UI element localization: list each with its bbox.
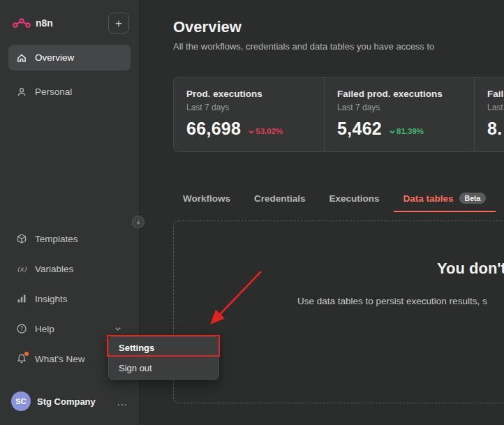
stat-value: 8.	[487, 119, 502, 139]
sidebar-item-templates[interactable]: Templates	[8, 226, 131, 251]
sidebar-item-overview[interactable]: Overview	[8, 45, 131, 70]
box-icon	[16, 233, 27, 244]
sidebar-item-label: Insights	[35, 294, 68, 304]
stat-period: Last 7 days	[337, 103, 461, 112]
tab-label: Data tables	[403, 193, 454, 204]
sidebar-item-label: What's New	[35, 354, 85, 364]
user-name: Stg Company	[37, 396, 96, 407]
user-menu[interactable]: SC Stg Company ...	[0, 382, 139, 425]
context-menu: Settings Sign out	[108, 336, 219, 380]
add-workflow-button[interactable]: +	[108, 13, 129, 33]
bar-chart-icon	[16, 293, 27, 304]
home-icon	[16, 52, 27, 64]
stat-delta: 53.02%	[248, 127, 283, 135]
stat-period: Last 7 days	[186, 103, 311, 112]
collapse-sidebar-button[interactable]: ‹	[132, 216, 144, 228]
tab-label: Workflows	[183, 193, 230, 204]
tab-data-tables[interactable]: Data tables Beta	[394, 193, 496, 212]
tab-label: Executions	[329, 193, 380, 204]
sidebar-nav: Overview Personal	[0, 45, 139, 113]
trend-down-icon	[248, 128, 255, 135]
stat-value: 66,698	[186, 119, 241, 139]
app-window: n8n + Overview Personal	[0, 0, 504, 425]
trend-down-icon	[389, 128, 396, 135]
avatar: SC	[11, 392, 31, 411]
more-options-button[interactable]: ...	[117, 396, 128, 408]
notification-dot	[24, 352, 29, 356]
tabs: Workflows Credentials Executions Data ta…	[173, 193, 504, 212]
sidebar-spacer	[0, 113, 139, 226]
logo-row: n8n +	[0, 0, 139, 45]
stat-period: Last	[487, 103, 504, 112]
tab-workflows[interactable]: Workflows	[173, 193, 240, 212]
page-subtitle: All the workflows, credentials and data …	[173, 41, 504, 52]
page-title: Overview	[173, 18, 504, 36]
sidebar-item-label: Overview	[35, 52, 74, 63]
svg-text:?: ?	[20, 326, 23, 332]
stat-card-failed-prod-executions: Failed prod. executions Last 7 days 5,46…	[324, 77, 474, 151]
stat-value: 5,462	[337, 119, 382, 139]
sidebar-item-label: Help	[35, 324, 54, 334]
chevron-down-icon	[113, 324, 123, 334]
help-icon: ?	[16, 323, 27, 334]
stat-card-prod-executions: Prod. executions Last 7 days 66,698 53.0…	[174, 77, 324, 151]
variables-icon: (x)	[16, 263, 27, 274]
data-tables-empty-state: You don't h Use data tables to persist e…	[173, 221, 504, 403]
beta-badge: Beta	[459, 193, 487, 204]
svg-text:(x): (x)	[17, 265, 27, 273]
tab-label: Credentials	[254, 193, 306, 204]
tab-executions[interactable]: Executions	[320, 193, 390, 212]
stat-delta: 81.39%	[389, 127, 424, 135]
stat-title: Failed prod. executions	[337, 89, 461, 99]
person-icon	[16, 87, 27, 98]
sidebar-item-personal[interactable]: Personal	[8, 79, 131, 105]
stat-card-failure-rate: Fail Last 8.	[474, 77, 504, 151]
sidebar-item-label: Templates	[35, 234, 78, 244]
empty-state-heading: You don't h	[437, 260, 504, 278]
sidebar-item-label: Personal	[35, 87, 72, 97]
stat-title: Fail	[487, 89, 504, 99]
menu-item-sign-out[interactable]: Sign out	[109, 358, 218, 378]
menu-item-settings[interactable]: Settings	[109, 338, 218, 358]
sidebar-item-insights[interactable]: Insights	[8, 286, 131, 311]
n8n-logo-icon	[13, 17, 31, 29]
sidebar-item-label: Variables	[35, 264, 73, 274]
stat-title: Prod. executions	[186, 89, 311, 99]
sidebar-item-variables[interactable]: (x) Variables	[8, 256, 131, 281]
tab-credentials[interactable]: Credentials	[244, 193, 316, 212]
stats-cards: Prod. executions Last 7 days 66,698 53.0…	[173, 77, 504, 152]
bell-icon	[16, 353, 27, 364]
empty-state-description: Use data tables to persist execution res…	[297, 296, 487, 306]
logo-text: n8n	[36, 17, 53, 29]
